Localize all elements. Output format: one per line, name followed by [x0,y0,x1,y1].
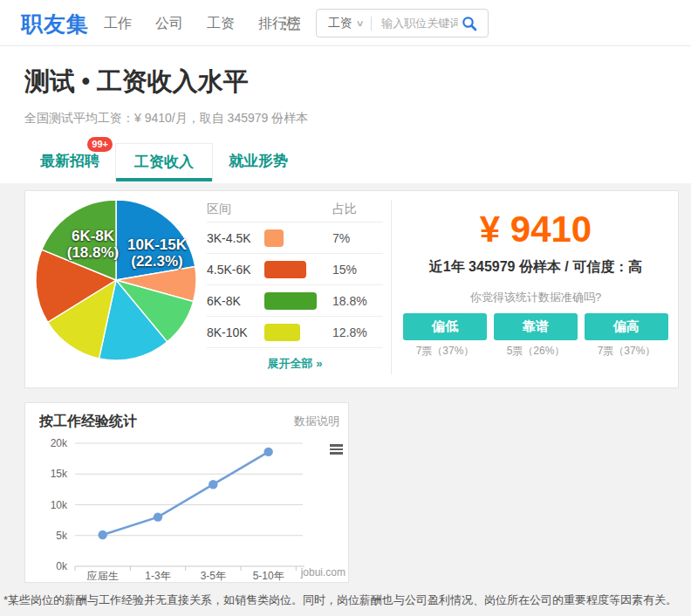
range-pct: 15% [332,263,383,277]
tab-latest-jobs-label: 最新招聘 [40,153,99,169]
nav-link-salary[interactable]: 工资 [207,15,235,33]
vote-reliable-button[interactable]: 靠谱 [494,313,578,340]
pie-chart-wrap: 6K-8K (18.8%) 10K-15K (22.3%) [34,198,198,362]
svg-text:15k: 15k [51,468,68,480]
tab-bar: 最新招聘 99+ 工资收入 就业形势 [24,143,304,181]
vote-buttons: 偏低 靠谱 偏高 [392,313,680,340]
range-pct: 7% [332,231,383,245]
range-swatch [264,261,306,278]
svg-text:应届生: 应届生 [87,570,119,582]
table-row: 8K-10K 12.8% [207,317,383,348]
range-swatch [264,229,284,247]
footer-note: *某些岗位的薪酬与工作经验并无直接关系，如销售类岗位。同时，岗位薪酬也与公司盈利… [3,592,689,608]
svg-text:0k: 0k [56,560,68,572]
pie-chart[interactable] [34,198,198,362]
range-pct: 18.8% [332,294,383,308]
search-input[interactable] [380,16,460,31]
tab-salary-income[interactable]: 工资收入 [115,143,213,181]
search-category-dropdown[interactable]: 工资 [328,16,352,31]
search-icon[interactable] [462,16,477,31]
tab-salary-income-label: 工资收入 [134,154,194,170]
experience-line-chart: 0k5k10k15k20k应届生1-3年3-5年5-10年 [25,435,349,583]
tab-employment-trend[interactable]: 就业形势 [213,143,304,181]
data-note-link[interactable]: 数据说明 [294,414,339,429]
range-swatch [264,292,317,310]
vote-high-count: 7票（37%） [585,344,668,359]
salary-stats-panel: ¥ 9410 近1年 345979 份样本 / 可信度：高 你觉得该统计数据准确… [392,191,680,387]
vote-low-button[interactable]: 偏低 [403,313,487,340]
svg-text:5k: 5k [56,530,68,542]
average-salary: ¥ 9410 [392,209,680,250]
svg-text:1-3年: 1-3年 [145,570,170,582]
accuracy-question: 你觉得该统计数据准确吗? [392,290,680,305]
search-box: 工资 ∨ [316,9,489,38]
table-header-range: 区间 [207,202,264,217]
range-swatch [264,324,300,341]
vote-low-count: 7票（37%） [403,344,487,359]
nav-links: 工作 公司 工资 排行榜 [104,15,300,33]
chevron-down-icon[interactable]: ∨ [356,18,365,28]
page-title: 测试 • 工资收入水平 [24,65,249,99]
salary-range-table: 区间 占比 3K-4.5K 7% 4.5K-6K 15% 6K-8K 18.8%… [207,196,383,372]
svg-text:5-10年: 5-10年 [253,570,284,582]
vote-reliable-count: 5票（26%） [494,344,578,359]
svg-text:20k: 20k [51,437,68,449]
svg-text:10k: 10k [51,499,68,511]
search-divider [371,17,372,31]
salary-card: 6K-8K (18.8%) 10K-15K (22.3%) 区间 占比 3K-4… [24,190,679,388]
table-row: 4.5K-6K 15% [207,254,383,285]
experience-title: 按工作经验统计 [39,413,137,431]
page-subtitle: 全国测试平均工资：¥ 9410/月，取自 345979 份样本 [24,111,308,127]
vote-high-button[interactable]: 偏高 [585,313,668,340]
list-menu-icon[interactable] [284,17,301,31]
range-label: 4.5K-6K [207,263,264,277]
badge-99plus: 99+ [87,137,113,152]
range-label: 8K-10K [207,325,264,339]
watermark: jobui.com [301,566,346,578]
experience-card: 按工作经验统计 数据说明 0k5k10k15k20k应届生1-3年3-5年5-1… [24,402,349,583]
vote-counts: 7票（37%） 5票（26%） 7票（37%） [392,344,680,359]
nav-link-jobs[interactable]: 工作 [104,15,132,33]
table-row: 3K-4.5K 7% [207,222,383,254]
nav-link-companies[interactable]: 公司 [155,15,183,33]
range-label: 6K-8K [207,294,264,308]
expand-all-link[interactable]: 展开全部 » [207,356,383,372]
tab-employment-trend-label: 就业形势 [229,153,288,169]
sample-info: 近1年 345979 份样本 / 可信度：高 [392,258,680,277]
table-row: 6K-8K 18.8% [207,285,383,317]
navbar: 职友集 工作 公司 工资 排行榜 工资 ∨ [0,0,691,46]
range-pct: 12.8% [332,325,383,339]
jobui-logo[interactable]: 职友集 [21,10,89,38]
table-header: 区间 占比 [207,196,383,222]
range-label: 3K-4.5K [207,231,264,245]
svg-text:3-5年: 3-5年 [201,570,226,582]
tab-latest-jobs[interactable]: 最新招聘 99+ [24,143,115,181]
table-header-pct: 占比 [332,202,383,217]
